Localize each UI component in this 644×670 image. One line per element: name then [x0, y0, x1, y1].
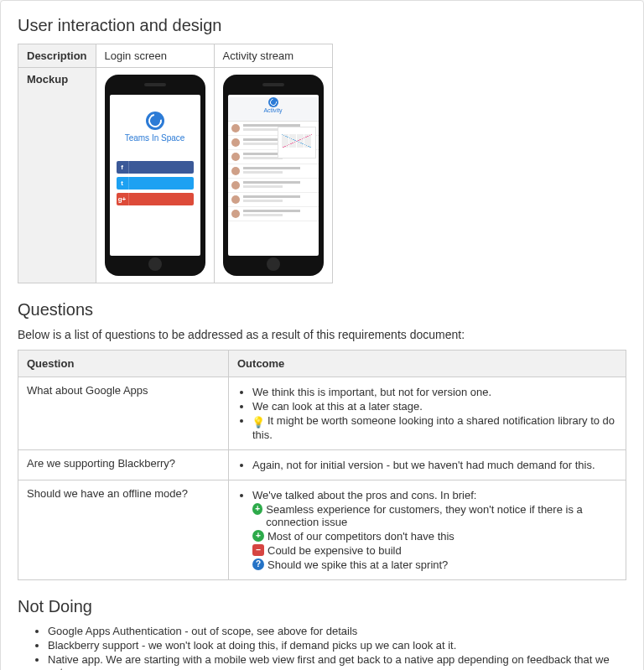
design-header-mockup: Mockup [18, 68, 96, 283]
avatar-icon [231, 153, 240, 161]
design-col-activity-label: Activity stream [214, 44, 332, 68]
plus-icon: + [252, 503, 262, 515]
avatar-icon [231, 210, 240, 218]
brand-logo-icon [146, 112, 164, 130]
outcome-item: ?Should we spike this at a later sprint? [252, 558, 617, 571]
phone-screen-activity: Activity [228, 95, 319, 256]
activity-row [228, 193, 319, 207]
activity-title: Activity [228, 107, 319, 113]
phone-screen-login: Teams In Space f t g+ [110, 95, 200, 256]
twitter-icon: t [117, 177, 129, 190]
avatar-icon [231, 138, 240, 147]
not-doing-item: Blackberry support - we won't look at do… [48, 639, 626, 652]
outcome-item: We think this is important, but not for … [252, 386, 617, 398]
outcome-lead: We've talked about the pros and cons. In… [252, 489, 617, 571]
phone-home-button [267, 257, 280, 271]
outcome-item: +Most of our competitors don't have this [252, 530, 617, 543]
outcome-item: +Seamless experience for customers, they… [252, 503, 617, 528]
heading-questions: Questions [18, 300, 626, 319]
avatar-icon [231, 195, 240, 204]
activity-row [228, 179, 319, 193]
brand-logo-icon [268, 97, 278, 107]
outcome-cell: Again, not for initial version - but we … [229, 449, 626, 480]
avatar-icon [231, 124, 240, 132]
login-facebook-button: f [117, 161, 194, 174]
outcome-item: 💡It might be worth someone looking into … [252, 414, 617, 441]
heading-not-doing: Not Doing [18, 597, 626, 616]
not-doing-item: Google Apps Authentication - out of scop… [48, 625, 626, 637]
login-google-button: g+ [117, 193, 194, 205]
mockup-login-cell: Teams In Space f t g+ [96, 68, 214, 283]
avatar-icon [231, 181, 240, 190]
not-doing-list: Google Apps Authentication - out of scop… [18, 625, 626, 671]
phone-home-button [148, 257, 162, 271]
activity-row [228, 164, 319, 179]
outcome-cell: We think this is important, but not for … [229, 377, 626, 450]
activity-header: Activity [228, 97, 319, 122]
avatar-icon [231, 167, 240, 175]
phone-mockup-activity: Activity [223, 75, 324, 276]
question-text: What about Google Apps [18, 377, 229, 450]
question-icon: ? [252, 558, 264, 570]
facebook-icon: f [117, 161, 129, 174]
question-text: Are we supporting Blackberry? [18, 449, 229, 480]
mockup-activity-cell: Activity [214, 68, 332, 283]
design-header-description: Description [18, 44, 96, 68]
phone-mockup-login: Teams In Space f t g+ [105, 75, 205, 276]
design-table: Description Login screen Activity stream… [18, 44, 333, 283]
plus-icon: + [252, 530, 264, 542]
login-twitter-button: t [117, 177, 194, 190]
google-plus-icon: g+ [117, 193, 129, 205]
document-page: User interaction and design Description … [0, 0, 644, 670]
not-doing-item: Native app. We are starting with a mobil… [48, 653, 626, 671]
brand-title: Teams In Space [110, 133, 200, 143]
questions-head-question: Question [18, 351, 229, 377]
outcome-item: –Could be expensive to build [252, 544, 617, 557]
question-row: What about Google Apps We think this is … [18, 377, 626, 450]
mini-chart-icon [278, 127, 316, 158]
question-row: Should we have an offline mode? We've ta… [18, 480, 626, 579]
questions-intro: Below is a list of questions to be addre… [18, 328, 626, 341]
heading-ui-design: User interaction and design [18, 16, 626, 35]
phone-speaker [144, 83, 166, 86]
phone-speaker [262, 83, 284, 86]
questions-table: Question Outcome What about Google Apps … [18, 350, 626, 580]
outcome-item: Again, not for initial version - but we … [252, 459, 617, 471]
questions-head-outcome: Outcome [229, 351, 626, 377]
activity-row [228, 207, 319, 221]
question-text: Should we have an offline mode? [18, 480, 229, 579]
outcome-item: We can look at this at a later stage. [252, 400, 617, 413]
design-col-login-label: Login screen [96, 44, 214, 68]
lightbulb-icon: 💡 [252, 417, 264, 428]
outcome-cell: We've talked about the pros and cons. In… [229, 480, 626, 579]
minus-icon: – [252, 544, 264, 556]
question-row: Are we supporting Blackberry? Again, not… [18, 449, 626, 480]
